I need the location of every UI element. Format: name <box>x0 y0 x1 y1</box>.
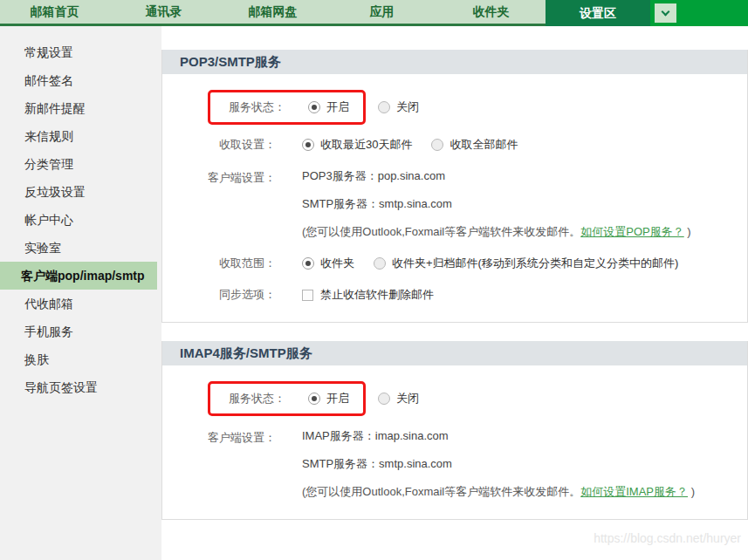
sidebar-item-general[interactable]: 常规设置 <box>0 38 161 66</box>
pop3-service-status-row: 服务状态： 开启 关闭 <box>180 90 738 125</box>
note-text: (您可以使用Outlook,Foxmail等客户端软件来收发邮件。 <box>302 485 580 498</box>
forbid-delete-label: 禁止收信软件删除邮件 <box>320 287 434 303</box>
page-layout: 常规设置 邮件签名 新邮件提醒 来信规则 分类管理 反垃圾设置 帐户中心 实验室… <box>0 26 748 560</box>
sync-option-label: 同步选项： <box>180 287 276 303</box>
nav-tab-apps[interactable]: 应用 <box>327 0 436 26</box>
note-suffix: ) <box>684 225 691 238</box>
pop3-server-lines: POP3服务器：pop.sina.com SMTP服务器：smtp.sina.c… <box>302 168 691 240</box>
imap4-status-off-option[interactable]: 关闭 <box>378 391 419 406</box>
pop3-service-status-label: 服务状态： <box>217 99 285 115</box>
note-suffix: ) <box>688 485 695 498</box>
radio-unselected-icon[interactable] <box>431 139 443 151</box>
scope-inbox-option[interactable]: 收件夹 <box>302 256 354 271</box>
client-setting-label: 客户端设置： <box>180 168 276 186</box>
sidebar-item-other-mailbox[interactable]: 代收邮箱 <box>0 290 161 318</box>
nav-tab-netdisk[interactable]: 邮箱网盘 <box>218 0 327 26</box>
pop3-smtp-section: POP3/SMTP服务 服务状态： 开启 关闭 <box>161 50 748 323</box>
note-text: (您可以使用Outlook,Foxmail等客户端软件来收发邮件。 <box>302 225 580 238</box>
pop3-status-on-option[interactable]: 开启 <box>308 99 349 115</box>
fetch-scope-label: 收取范围： <box>180 256 276 271</box>
sidebar-item-signature[interactable]: 邮件签名 <box>0 66 161 94</box>
radio-unselected-icon[interactable] <box>378 101 390 113</box>
pop3-status-highlight-box: 服务状态： 开启 <box>208 90 366 125</box>
radio-unselected-icon[interactable] <box>374 257 386 270</box>
smtp-server-address: SMTP服务器：smtp.sina.com <box>302 456 695 472</box>
imap4-client-note: (您可以使用Outlook,Foxmail等客户端软件来收发邮件。如何设置IMA… <box>302 484 695 500</box>
pop3-status-on-label: 开启 <box>326 99 349 115</box>
imap4-service-status-label: 服务状态： <box>217 391 285 406</box>
settings-sidebar: 常规设置 邮件签名 新邮件提醒 来信规则 分类管理 反垃圾设置 帐户中心 实验室… <box>0 26 161 560</box>
imap4-service-status-row: 服务状态： 开启 关闭 <box>180 381 738 416</box>
fetch-all-label: 收取全部邮件 <box>449 137 518 153</box>
pop3-status-off-label: 关闭 <box>396 99 419 115</box>
pop3-status-off-option[interactable]: 关闭 <box>378 99 419 115</box>
main-content: POP3/SMTP服务 服务状态： 开启 关闭 <box>161 26 748 560</box>
pop3-client-note: (您可以使用Outlook,Foxmail等客户端软件来收发邮件。如何设置POP… <box>302 224 691 240</box>
pop3-section-content: 服务状态： 开启 关闭 收取设置： 收取最近 <box>162 74 747 322</box>
pop3-fetch-scope-row: 收取范围： 收件夹 收件夹+归档邮件(移动到系统分类和自定义分类中的邮件) <box>180 256 738 271</box>
radio-selected-icon[interactable] <box>302 139 314 151</box>
sidebar-item-lab[interactable]: 实验室 <box>0 234 161 262</box>
imap4-status-on-option[interactable]: 开启 <box>308 391 349 406</box>
pop3-sync-option-row: 同步选项： 禁止收信软件删除邮件 <box>180 287 738 303</box>
scope-inbox-archive-label: 收件夹+归档邮件(移动到系统分类和自定义分类中的邮件) <box>392 256 678 271</box>
imap4-section-content: 服务状态： 开启 关闭 客户端设置： IMAP服务器：imap.sin <box>162 365 747 519</box>
sidebar-item-nav-tabs-setting[interactable]: 导航页签设置 <box>0 373 161 401</box>
radio-unselected-icon[interactable] <box>378 393 390 405</box>
sidebar-item-new-mail-alert[interactable]: 新邮件提醒 <box>0 94 161 122</box>
how-to-setup-imap-link[interactable]: 如何设置IMAP服务？ <box>580 485 688 498</box>
pop3-server-address: POP3服务器：pop.sina.com <box>302 168 691 184</box>
imap4-smtp-section: IMAP4服务/SMTP服务 服务状态： 开启 关闭 <box>161 341 748 520</box>
sidebar-item-client-pop-imap-smtp[interactable]: 客户端pop/imap/smtp <box>0 262 157 290</box>
fetch-recent30-option[interactable]: 收取最近30天邮件 <box>302 137 412 153</box>
settings-dropdown-button[interactable] <box>655 3 676 23</box>
nav-tab-inbox[interactable]: 收件夹 <box>436 0 546 26</box>
nav-tab-mail-home[interactable]: 邮箱首页 <box>0 0 109 26</box>
imap4-status-highlight-box: 服务状态： 开启 <box>208 381 366 416</box>
sidebar-item-mail-rules[interactable]: 来信规则 <box>0 122 161 150</box>
sidebar-item-skin[interactable]: 换肤 <box>0 345 161 373</box>
imap4-section-title: IMAP4服务/SMTP服务 <box>162 341 747 365</box>
fetch-recent30-label: 收取最近30天邮件 <box>320 137 412 153</box>
scope-inbox-label: 收件夹 <box>320 256 354 271</box>
chevron-down-icon <box>662 8 670 17</box>
pop3-section-title: POP3/SMTP服务 <box>162 50 747 74</box>
nav-tab-settings-active[interactable]: 设置区 <box>546 0 650 26</box>
radio-selected-icon[interactable] <box>308 101 320 113</box>
sidebar-item-mobile-service[interactable]: 手机服务 <box>0 318 161 345</box>
scope-inbox-archive-option[interactable]: 收件夹+归档邮件(移动到系统分类和自定义分类中的邮件) <box>374 256 678 271</box>
sidebar-item-antispam[interactable]: 反垃圾设置 <box>0 178 161 206</box>
imap4-status-off-label: 关闭 <box>396 391 419 406</box>
radio-selected-icon[interactable] <box>302 257 314 270</box>
imap-server-address: IMAP服务器：imap.sina.com <box>302 428 695 444</box>
nav-tab-contacts[interactable]: 通讯录 <box>109 0 218 26</box>
imap4-server-lines: IMAP服务器：imap.sina.com SMTP服务器：smtp.sina.… <box>302 428 695 500</box>
imap4-status-on-label: 开启 <box>326 391 349 406</box>
nav-right-band <box>650 0 748 26</box>
how-to-setup-pop-link[interactable]: 如何设置POP服务？ <box>580 225 683 238</box>
imap4-client-setting-label: 客户端设置： <box>180 428 276 446</box>
fetch-setting-label: 收取设置： <box>180 137 276 153</box>
fetch-all-option[interactable]: 收取全部邮件 <box>431 137 518 153</box>
sidebar-item-category[interactable]: 分类管理 <box>0 150 161 178</box>
imap4-client-setting-row: 客户端设置： IMAP服务器：imap.sina.com SMTP服务器：smt… <box>180 428 738 500</box>
checkbox-unchecked-icon[interactable] <box>302 290 313 301</box>
pop3-fetch-setting-row: 收取设置： 收取最近30天邮件 收取全部邮件 <box>180 137 738 153</box>
sidebar-item-account-center[interactable]: 帐户中心 <box>0 206 161 234</box>
radio-selected-icon[interactable] <box>308 393 320 405</box>
top-nav: 邮箱首页 通讯录 邮箱网盘 应用 收件夹 设置区 <box>0 0 748 26</box>
smtp-server-address: SMTP服务器：smtp.sina.com <box>302 196 691 212</box>
forbid-delete-option[interactable]: 禁止收信软件删除邮件 <box>302 287 434 303</box>
pop3-client-setting-row: 客户端设置： POP3服务器：pop.sina.com SMTP服务器：smtp… <box>180 168 738 240</box>
